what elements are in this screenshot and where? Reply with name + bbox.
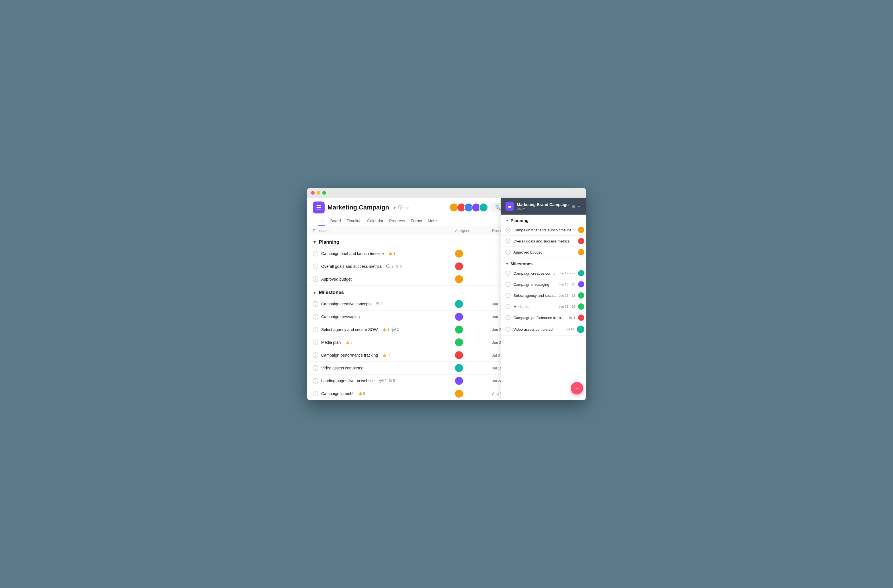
- assignee-avatar: [455, 351, 463, 359]
- fullscreen-button[interactable]: [322, 191, 326, 195]
- assignee-cell: [455, 338, 492, 346]
- task-name-cell: ✓ Media plan 👍 8: [313, 339, 455, 345]
- app-content: ☰ Marketing Campaign ▾ ⓘ ☆: [307, 198, 586, 400]
- list-item: ✓ Campaign brief and launch timeline: [501, 225, 586, 236]
- header-left: ☰ Marketing Campaign ▾ ⓘ ☆: [313, 201, 409, 213]
- task-name: Media plan: [321, 340, 341, 345]
- task-meta: 💬 2 ⛓ 5: [386, 264, 402, 268]
- tab-progress[interactable]: Progress: [389, 216, 405, 226]
- panel-milestones-header: ▼ Milestones: [501, 258, 586, 268]
- collapse-planning-icon[interactable]: ▼: [313, 240, 317, 244]
- task-checkbox[interactable]: ✓: [313, 327, 318, 332]
- task-checkbox[interactable]: ✓: [313, 264, 318, 269]
- panel-task-checkbox[interactable]: ✓: [505, 238, 511, 244]
- star-icon[interactable]: ☆: [405, 205, 409, 210]
- task-name: Campaign messaging: [321, 315, 360, 319]
- task-name-cell: ✓ Campaign performance tracking 👍 8: [313, 352, 455, 358]
- list-item: ✓ Approved budget: [501, 247, 586, 258]
- task-name-cell: ✓ Video assets completed: [313, 365, 455, 371]
- panel-collapse-milestones[interactable]: ▼: [505, 262, 509, 266]
- list-icon: ☰: [316, 204, 321, 211]
- task-checkbox[interactable]: ✓: [313, 391, 318, 396]
- collapse-milestones-icon[interactable]: ▼: [313, 290, 317, 295]
- panel-task-checkbox[interactable]: ✓: [505, 282, 511, 287]
- panel-settings-icon[interactable]: ⚙: [571, 204, 576, 209]
- list-item: ✓ Video assets completed Jul 10: [501, 323, 586, 336]
- task-meta: ⛓ 3: [376, 302, 382, 306]
- assignee-cell: [455, 390, 492, 398]
- panel-body: ▼ Planning ✓ Campaign brief and launch t…: [501, 214, 586, 400]
- task-name-cell: ✓ Select agency and secure SOW 👍 3 💬 2: [313, 327, 455, 332]
- project-title: Marketing Campaign: [328, 204, 389, 211]
- milestones-section-title: Milestones: [319, 290, 344, 296]
- task-checkbox[interactable]: ✓: [313, 251, 318, 256]
- task-checkbox[interactable]: ✓: [313, 365, 318, 371]
- assignee-cell: [455, 364, 492, 372]
- assignee-avatar: [455, 262, 463, 270]
- task-checkbox[interactable]: ✓: [313, 301, 318, 307]
- panel-collapse-planning[interactable]: ▼: [505, 219, 509, 223]
- minimize-button[interactable]: [317, 191, 320, 195]
- panel-task-checkbox[interactable]: ✓: [505, 304, 511, 309]
- fab-add-button[interactable]: +: [571, 382, 583, 394]
- panel-task-date: Jul 3: [569, 316, 575, 320]
- panel-title: Marketing Brand Campaign: [517, 202, 569, 207]
- panel-task-date: Jul 10: [566, 328, 574, 331]
- task-checkbox[interactable]: ✓: [313, 378, 318, 384]
- panel-assignee-avatar: [578, 238, 584, 244]
- comment-count: 💬 2: [392, 328, 398, 332]
- app-icon: ☰: [313, 201, 325, 213]
- panel-task-checkbox[interactable]: ✓: [505, 271, 511, 276]
- tab-forms[interactable]: Forms: [410, 216, 422, 226]
- list-item: ✓ Select agency and secu... Jun 21 – 22: [501, 290, 586, 301]
- task-checkbox[interactable]: ✓: [313, 276, 318, 282]
- task-checkbox[interactable]: ✓: [313, 314, 318, 320]
- tab-calendar[interactable]: Calendar: [367, 216, 383, 226]
- assignee-avatar: [455, 390, 463, 398]
- task-meta: 👍 8: [358, 392, 365, 396]
- task-name-cell: ✓ Campaign brief and launch timeline 👍 3: [313, 251, 455, 256]
- panel-task-name: Campaign messaging: [513, 282, 556, 286]
- task-checkbox[interactable]: ✓: [313, 339, 318, 345]
- task-checkbox[interactable]: ✓: [313, 352, 318, 358]
- dropdown-icon[interactable]: ▾: [394, 205, 396, 210]
- avatar: [479, 203, 488, 212]
- close-button[interactable]: [311, 191, 315, 195]
- task-name-cell: ✓ Approved budget: [313, 276, 455, 282]
- task-name: Video assets completed: [321, 366, 363, 370]
- panel-task-checkbox[interactable]: ✓: [505, 327, 511, 332]
- tab-list[interactable]: List: [318, 216, 325, 226]
- task-name-cell: ✓ Campaign launch! 👍 8: [313, 391, 455, 396]
- panel-subtitle-dropdown[interactable]: ▾: [523, 207, 525, 210]
- task-name-cell: ✓ Overall goals and success metrics 💬 2 …: [313, 264, 455, 269]
- panel-task-date: Jun 25 – 26: [559, 305, 576, 308]
- panel-assignee-avatar: [578, 303, 584, 310]
- panel-task-checkbox[interactable]: ✓: [505, 250, 511, 255]
- task-name-cell: ✓ Campaign creative concepts ⛓ 3: [313, 301, 455, 307]
- like-count: 👍 8: [358, 392, 365, 396]
- assignee-cell: [455, 377, 492, 385]
- panel-more-icon[interactable]: ···: [578, 204, 582, 209]
- tab-board[interactable]: Board: [330, 216, 341, 226]
- panel-planning-header: ▼ Planning: [501, 214, 586, 225]
- col-task-name: Task name: [313, 228, 455, 233]
- panel-task-checkbox[interactable]: ✓: [505, 293, 511, 298]
- team-avatars: [450, 203, 488, 212]
- panel-task-name: Campaign performance track...: [513, 316, 566, 320]
- tab-more[interactable]: More...: [428, 216, 440, 226]
- task-meta: 👍 3: [388, 252, 395, 256]
- panel-task-checkbox[interactable]: ✓: [505, 315, 511, 320]
- panel-task-checkbox[interactable]: ✓: [505, 227, 511, 232]
- search-icon: 🔍: [495, 205, 501, 210]
- panel-milestones-title: Milestones: [511, 261, 533, 266]
- info-icon[interactable]: ⓘ: [398, 205, 403, 211]
- panel-assignee-avatar: [578, 315, 584, 321]
- panel-header: ☰ Marketing Brand Campaign List ▾ ⚙ ···: [501, 198, 586, 214]
- list-item: ✓ Overall goals and success metrics: [501, 236, 586, 247]
- list-item: ✓ Media plan Jun 25 – 26: [501, 301, 586, 312]
- task-meta: 👍 3 💬 2: [382, 328, 398, 332]
- task-name: Campaign launch!: [321, 392, 353, 396]
- panel-actions: ⚙ ···: [571, 204, 582, 209]
- list-item: ✓ Campaign creative conc... Jun 19 – 27: [501, 268, 586, 279]
- tab-timeline[interactable]: Timeline: [347, 216, 361, 226]
